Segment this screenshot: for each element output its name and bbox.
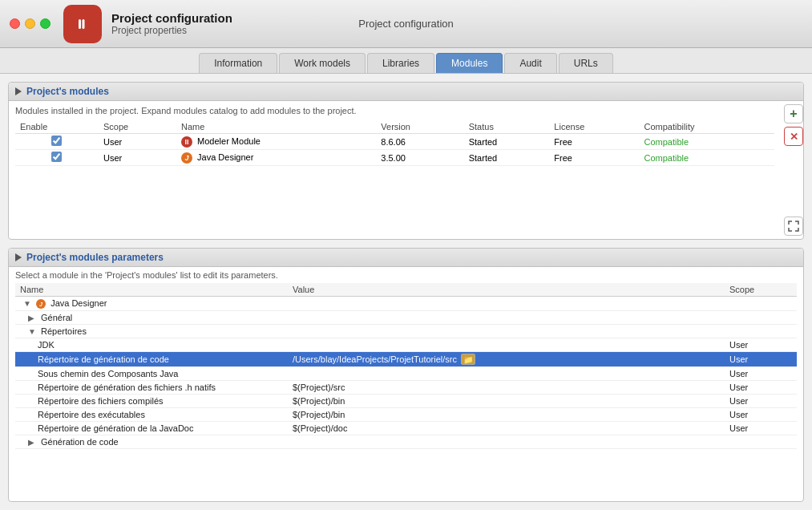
add-module-button[interactable]: + bbox=[784, 104, 803, 123]
param-label: Répertoire de génération de la JavaDoc bbox=[38, 423, 193, 433]
app-subtitle: Project properties bbox=[111, 25, 232, 36]
list-item[interactable]: J Java Designer bbox=[15, 297, 797, 311]
tree-toggle[interactable] bbox=[23, 299, 31, 308]
modules-panel-title: Project's modules bbox=[26, 86, 109, 97]
param-name-cell: Répertoire de génération des fichiers .h… bbox=[15, 381, 288, 395]
app-title: Project configuration bbox=[111, 11, 232, 25]
list-item[interactable]: Répertoire des fichiers compilés $(Proje… bbox=[15, 395, 797, 408]
remove-module-button[interactable]: ✕ bbox=[784, 127, 803, 146]
param-value-cell bbox=[288, 311, 725, 325]
modules-table: Enable Scope Name Version Status License… bbox=[15, 120, 774, 166]
list-item[interactable]: Répertoire de génération des fichiers .h… bbox=[15, 381, 797, 395]
modeler-icon: II bbox=[181, 136, 192, 148]
tree-toggle[interactable] bbox=[28, 314, 36, 322]
params-col-scope: Scope bbox=[725, 283, 797, 297]
param-label: Général bbox=[41, 313, 72, 322]
param-scope-cell bbox=[725, 435, 797, 449]
tab-information[interactable]: Information bbox=[199, 53, 277, 73]
params-col-value: Value bbox=[288, 283, 725, 297]
param-scope-cell: User bbox=[725, 381, 797, 395]
module-scope-cell: User bbox=[99, 150, 176, 166]
tab-modules[interactable]: Modules bbox=[436, 53, 503, 73]
param-value-cell: $(Project)/src bbox=[288, 381, 725, 395]
list-item[interactable]: Répertoire de génération de la JavaDoc $… bbox=[15, 422, 797, 435]
module-compatibility-cell: Compatible bbox=[640, 150, 774, 166]
module-scope-cell: User bbox=[99, 134, 176, 150]
module-enable-checkbox[interactable] bbox=[51, 136, 62, 146]
expand-modules-button[interactable] bbox=[784, 217, 803, 236]
list-item[interactable]: Répertoire de génération de code /Users/… bbox=[15, 352, 797, 367]
module-enabled-cell[interactable] bbox=[15, 134, 99, 150]
param-label: Génération de code bbox=[41, 437, 119, 447]
col-version: Version bbox=[376, 120, 463, 134]
list-item[interactable]: JDK User bbox=[15, 338, 797, 352]
tab-libraries[interactable]: Libraries bbox=[367, 53, 434, 73]
tree-toggle[interactable] bbox=[28, 327, 36, 336]
param-value-cell: $(Project)/bin bbox=[288, 408, 725, 422]
params-panel-title: Project's modules parameters bbox=[26, 252, 164, 263]
table-row[interactable]: User II Modeler Module 8.6.06 Started Fr… bbox=[15, 134, 774, 150]
table-row[interactable]: User J Java Designer 3.5.00 Started Free… bbox=[15, 150, 774, 166]
param-label: Répertoire des exécutables bbox=[38, 410, 145, 419]
param-label: Répertoire de génération des fichiers .h… bbox=[38, 382, 216, 392]
modules-side-buttons: + ✕ bbox=[784, 101, 803, 239]
main-content: Project's modules Modules installed in t… bbox=[0, 74, 812, 510]
param-name-cell: Général bbox=[15, 311, 288, 325]
tab-urls[interactable]: URLs bbox=[559, 53, 613, 73]
window-title: Project configuration bbox=[358, 18, 454, 30]
minimize-button[interactable] bbox=[25, 18, 35, 29]
param-value-cell bbox=[288, 297, 725, 311]
tab-audit[interactable]: Audit bbox=[504, 53, 556, 73]
col-name: Name bbox=[176, 120, 376, 134]
col-enable: Enable bbox=[15, 120, 99, 134]
col-license: License bbox=[549, 120, 639, 134]
window-controls[interactable] bbox=[10, 18, 50, 29]
param-label: Répertoire des fichiers compilés bbox=[38, 396, 164, 406]
param-name-cell: Répertoire des exécutables bbox=[15, 408, 288, 422]
module-status-cell: Started bbox=[464, 150, 550, 166]
module-enabled-cell[interactable] bbox=[15, 150, 99, 166]
tab-work-models[interactable]: Work models bbox=[279, 53, 366, 73]
svg-rect-2 bbox=[83, 19, 85, 29]
param-value-cell: $(Project)/doc bbox=[288, 422, 725, 435]
param-scope-cell: User bbox=[725, 395, 797, 408]
close-button[interactable] bbox=[10, 18, 20, 29]
java-icon: J bbox=[181, 152, 192, 164]
param-name-cell: Répertoire de génération de la JavaDoc bbox=[15, 422, 288, 435]
params-col-name: Name bbox=[15, 283, 288, 297]
param-name-cell: Génération de code bbox=[15, 435, 288, 449]
param-label: Sous chemin des Composants Java bbox=[38, 369, 178, 378]
module-enable-checkbox[interactable] bbox=[51, 152, 62, 162]
modules-panel-body-wrapper: Modules installed in the project. Expand… bbox=[9, 101, 803, 239]
tab-bar: Information Work models Libraries Module… bbox=[0, 48, 812, 74]
list-item[interactable]: Général bbox=[15, 311, 797, 325]
modules-panel-header: Project's modules bbox=[9, 83, 803, 101]
param-scope-cell bbox=[725, 311, 797, 325]
param-label: Java Designer bbox=[50, 298, 107, 308]
maximize-button[interactable] bbox=[40, 18, 50, 29]
param-name-cell: Répertoire de génération de code bbox=[15, 352, 288, 367]
list-item[interactable]: Répertoires bbox=[15, 325, 797, 338]
param-label: Répertoires bbox=[41, 326, 87, 336]
params-description: Select a module in the 'Project's module… bbox=[15, 270, 797, 280]
param-value-cell[interactable]: /Users/blay/IdeaProjects/ProjetTutoriel/… bbox=[288, 352, 725, 367]
module-version-cell: 3.5.00 bbox=[376, 150, 463, 166]
title-bar: Project configuration Project properties… bbox=[0, 0, 812, 48]
param-name-cell: Répertoire des fichiers compilés bbox=[15, 395, 288, 408]
app-icon bbox=[63, 5, 102, 43]
list-item[interactable]: Sous chemin des Composants Java User bbox=[15, 367, 797, 381]
tree-toggle[interactable] bbox=[28, 438, 36, 447]
folder-button[interactable]: 📁 bbox=[461, 354, 475, 365]
param-scope-cell: User bbox=[725, 422, 797, 435]
list-item[interactable]: Répertoire des exécutables $(Project)/bi… bbox=[15, 408, 797, 422]
module-status-cell: Started bbox=[464, 134, 550, 150]
col-status: Status bbox=[464, 120, 550, 134]
module-compatibility-cell: Compatible bbox=[640, 134, 774, 150]
param-value-cell: $(Project)/bin bbox=[288, 395, 725, 408]
list-item[interactable]: Génération de code bbox=[15, 435, 797, 449]
params-table: Name Value Scope J Java Designer bbox=[15, 283, 797, 449]
module-license-cell: Free bbox=[549, 150, 639, 166]
param-scope-cell: User bbox=[725, 367, 797, 381]
params-expand-icon bbox=[15, 253, 22, 261]
svg-rect-1 bbox=[79, 19, 81, 29]
